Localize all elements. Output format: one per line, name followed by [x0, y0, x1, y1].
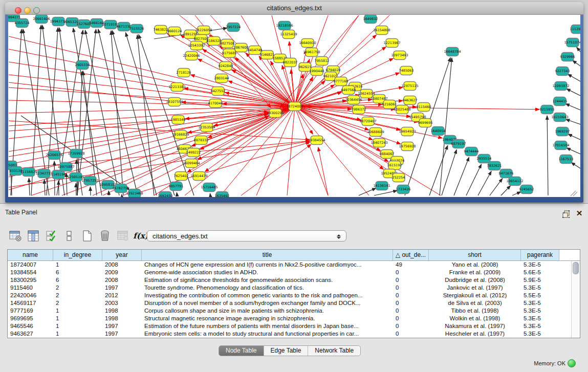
graph-node[interactable]: 18407243: [371, 139, 387, 147]
graph-node[interactable]: 20364456: [345, 96, 362, 104]
graph-node[interactable]: 18300295: [267, 109, 284, 118]
graph-node[interactable]: 9227343: [555, 67, 570, 76]
graph-node[interactable]: 18720407: [359, 117, 376, 126]
graph-node[interactable]: 252254: [393, 173, 405, 182]
graph-node[interactable]: 2905334: [75, 61, 90, 70]
graph-node[interactable]: 7625402: [174, 172, 189, 181]
window-titlebar[interactable]: citations_edges.txt: [5, 2, 583, 15]
column-header-title[interactable]: title: [142, 250, 393, 260]
graph-node[interactable]: 10688609: [367, 128, 384, 137]
column-header-short[interactable]: short: [429, 250, 521, 260]
table-row[interactable]: 1830029562008Estimation of significance …: [8, 276, 580, 284]
citation-network-graph[interactable]: 1994371435572420691406199437141065328715…: [8, 15, 580, 197]
graph-node[interactable]: 12213967: [383, 39, 400, 48]
tab-network-table[interactable]: Network Table: [308, 346, 360, 356]
graph-node[interactable]: 6879197: [451, 140, 466, 148]
graph-node[interactable]: 9215955: [540, 105, 555, 114]
graph-node[interactable]: 1649832: [363, 15, 378, 24]
graph-node[interactable]: 9115460: [417, 103, 431, 112]
graph-node[interactable]: 9175685: [222, 49, 237, 58]
graph-node[interactable]: 16099484: [183, 159, 200, 168]
canvas-resize-grip[interactable]: [571, 191, 577, 196]
graph-node[interactable]: 17957253: [81, 177, 98, 185]
graph-node[interactable]: 9463627: [403, 96, 418, 105]
memory-status-indicator[interactable]: [568, 359, 576, 367]
graph-node[interactable]: 1692450: [158, 192, 173, 198]
graph-node[interactable]: 9822037: [283, 58, 298, 67]
graph-node[interactable]: 16914479: [190, 172, 207, 181]
graph-node[interactable]: 2718126: [177, 69, 191, 77]
graph-node[interactable]: 9777169: [334, 77, 349, 86]
delete-table-icon[interactable]: [117, 230, 129, 242]
tab-node-table[interactable]: Node Table: [219, 346, 264, 356]
table-selector-dropdown[interactable]: citations_edges.txt: [147, 230, 346, 242]
table-row[interactable]: 977716911998Corpus callosum shape and si…: [8, 307, 580, 315]
graph-node[interactable]: 4170044: [208, 99, 223, 108]
graph-node[interactable]: 15716485: [201, 183, 217, 192]
create-column-icon[interactable]: [81, 230, 93, 242]
column-header-year[interactable]: year: [102, 250, 142, 260]
graph-node[interactable]: 1112954: [570, 25, 580, 34]
table-mode-icon[interactable]: [9, 230, 21, 242]
function-builder-icon[interactable]: f(x): [135, 230, 147, 242]
delete-column-icon[interactable]: [99, 230, 111, 242]
graph-node[interactable]: 1635492: [215, 192, 230, 198]
graph-node[interactable]: 1498222: [186, 148, 201, 157]
row-height-icon[interactable]: [63, 230, 75, 242]
graph-node[interactable]: 4355724: [15, 19, 30, 28]
table-row[interactable]: 969969511998Structural magnetic resonanc…: [8, 315, 580, 322]
graph-node[interactable]: 7986372: [352, 105, 366, 114]
graph-node[interactable]: 1640954: [431, 127, 446, 136]
graph-node[interactable]: 22420046: [183, 52, 200, 60]
graph-node[interactable]: 7832621: [487, 162, 502, 170]
graph-node[interactable]: 1733426: [396, 185, 411, 194]
select-mode-icon[interactable]: [45, 230, 57, 242]
graph-node[interactable]: 9245652: [519, 185, 534, 194]
graph-node[interactable]: 8186328: [207, 37, 222, 46]
tab-edge-table[interactable]: Edge Table: [264, 346, 309, 356]
graph-node[interactable]: 11325419: [280, 30, 297, 39]
graph-node[interactable]: 12353584: [198, 123, 215, 132]
graph-node[interactable]: 12342737: [35, 169, 52, 178]
float-panel-icon[interactable]: [562, 210, 571, 218]
table-row[interactable]: 911546021997Tourette syndrome. Phenomeno…: [8, 284, 580, 292]
graph-node[interactable]: 9474444: [464, 147, 479, 156]
graph-node[interactable]: 18724007: [286, 102, 303, 111]
graph-node[interactable]: 19756928: [399, 142, 416, 151]
graph-node[interactable]: 16154808: [373, 26, 390, 35]
graph-node[interactable]: 1167533: [559, 155, 574, 164]
column-header-outde[interactable]: △ out_de...: [393, 250, 429, 260]
graph-node[interactable]: 12093872: [552, 82, 569, 91]
graph-node[interactable]: 12975115: [401, 82, 418, 91]
column-header-name[interactable]: name: [8, 250, 53, 260]
graph-node[interactable]: 16961758: [303, 48, 320, 57]
graph-node[interactable]: 8427552: [211, 87, 226, 96]
graph-node[interactable]: 1969297: [555, 127, 570, 136]
graph-node[interactable]: 10025488: [394, 105, 410, 114]
graph-node[interactable]: 10543392: [188, 41, 205, 50]
graph-node[interactable]: 16640910: [299, 39, 316, 48]
graph-node[interactable]: 2803144: [214, 74, 229, 83]
graph-node[interactable]: 14136141: [373, 182, 390, 190]
graph-node[interactable]: 1990448: [310, 67, 324, 76]
graph-node[interactable]: 9699695: [418, 119, 433, 127]
table-row[interactable]: 1938455462009Genome-wide association stu…: [8, 269, 580, 276]
graph-node[interactable]: 7485063: [399, 67, 414, 75]
graph-node[interactable]: 20691406: [33, 15, 50, 24]
graph-node[interactable]: 15751074: [564, 38, 580, 47]
table-row[interactable]: 1872400712008Changes of HCN gene express…: [8, 261, 580, 269]
graph-node[interactable]: 6497568: [341, 86, 356, 95]
graph-node[interactable]: 1244415: [553, 97, 568, 106]
graph-node[interactable]: 19384554: [308, 136, 325, 145]
graph-node[interactable]: 26206576: [46, 151, 62, 160]
network-canvas[interactable]: 1994371435572420691406199437141065328715…: [8, 15, 580, 197]
table-row[interactable]: 1456911722003Disruption of a novel membe…: [8, 299, 580, 307]
graph-node[interactable]: 19166829: [172, 130, 189, 139]
close-panel-icon[interactable]: ✕: [575, 209, 583, 217]
graph-node[interactable]: 10654112: [506, 177, 523, 186]
graph-node[interactable]: 9857791: [169, 182, 184, 191]
graph-node[interactable]: 7463822: [154, 26, 168, 34]
graph-node[interactable]: 16648784: [444, 48, 461, 56]
table-row[interactable]: 946554611997Estimation of the future num…: [8, 322, 580, 330]
graph-node[interactable]: 10975887: [57, 163, 74, 171]
